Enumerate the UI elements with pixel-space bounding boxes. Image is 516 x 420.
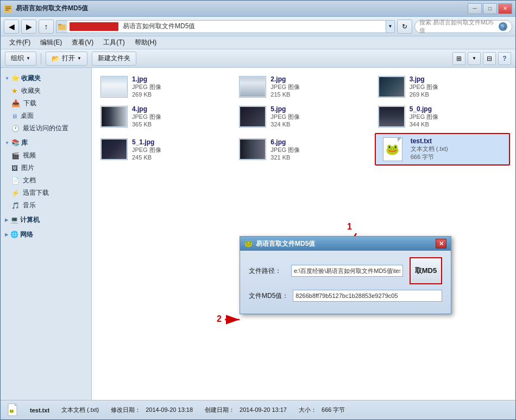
- file-item[interactable]: 6.jpg JPEG 图像 321 KB: [236, 133, 371, 166]
- main-window: 易语言如何取文件MD5值 ─ □ ✕ ◀ ▶ ↑ 易语言如何取文件MD5值 ▼ …: [0, 0, 516, 420]
- dialog-close-button[interactable]: ✕: [436, 239, 446, 249]
- sidebar-item-music[interactable]: 🎵 音乐: [1, 199, 91, 212]
- menu-edit[interactable]: 编辑(E): [36, 37, 66, 48]
- forward-button[interactable]: ▶: [21, 20, 36, 34]
- file-thumbnail: [100, 138, 128, 160]
- file-thumbnail: [378, 76, 405, 98]
- sidebar-item-video[interactable]: 🎬 视频: [1, 149, 91, 162]
- svg-rect-3: [5, 10, 9, 11]
- file-name: 5_1.jpg: [132, 138, 229, 146]
- open-label: 打开: [62, 54, 75, 63]
- file-size: 365 KB: [132, 121, 229, 128]
- menu-file[interactable]: 文件(F): [5, 37, 35, 48]
- sidebar-favorites-header[interactable]: ▼ ⭐ 收藏夹: [1, 72, 91, 85]
- new-folder-label: 新建文件夹: [98, 54, 130, 63]
- sidebar-item-thunder[interactable]: ⚡ 迅雷下载: [1, 187, 91, 199]
- main-wrapper: ▼ ⭐ 收藏夹 ★ 收藏夹 📥 下载 🖥 桌面: [1, 68, 515, 400]
- library-arrow: ▼: [5, 141, 9, 145]
- dialog-overlay: 🐸 易语言取文件MD5值 ✕ 文件路径： 取MD5 文件MD5值：: [240, 236, 451, 314]
- details-pane-button[interactable]: ⊟: [483, 52, 496, 65]
- view-controls: ⊞ ▼ ⊟ ?: [452, 52, 511, 65]
- dialog-md5-row: 文件MD5值：: [249, 290, 442, 302]
- sidebar-library-header[interactable]: ▼ 📚 库: [1, 137, 91, 149]
- sidebar-item-desktop[interactable]: 🖥 桌面: [1, 110, 91, 122]
- sidebar-computer-header[interactable]: ▶ 💻 计算机: [1, 214, 91, 226]
- get-md5-button[interactable]: 取MD5: [410, 257, 442, 284]
- sidebar-library-section: ▼ 📚 库 🎬 视频 🖼 图片 📄 文档: [1, 137, 91, 212]
- up-button[interactable]: ↑: [39, 20, 54, 34]
- address-bar[interactable]: 易语言如何取文件MD5值 ▼: [56, 20, 395, 33]
- new-folder-button[interactable]: 新建文件夹: [92, 52, 136, 66]
- search-bar[interactable]: 搜索 易语言如何取文件MD5值 🔍: [414, 20, 512, 33]
- back-button[interactable]: ◀: [4, 20, 19, 34]
- sidebar-network-header[interactable]: ▶ 🌐 网络: [1, 228, 91, 241]
- minimize-button[interactable]: ─: [468, 3, 482, 14]
- search-icon[interactable]: 🔍: [499, 22, 507, 31]
- sidebar-item-documents[interactable]: 📄 文档: [1, 174, 91, 187]
- file-item[interactable]: 5_0.jpg JPEG 图像 344 KB: [375, 103, 510, 130]
- file-type: JPEG 图像: [132, 113, 229, 121]
- window-icon: [4, 4, 12, 13]
- file-name: test.txt: [411, 137, 506, 145]
- menu-view[interactable]: 查看(V): [67, 37, 98, 48]
- address-folder-icon: [56, 20, 67, 33]
- menu-tools[interactable]: 工具(T): [99, 37, 129, 48]
- sidebar-item-download[interactable]: 📥 下载: [1, 97, 91, 110]
- title-bar-left: 易语言如何取文件MD5值: [4, 4, 88, 13]
- thumb-image: [240, 139, 265, 159]
- organize-button[interactable]: 组织 ▼: [5, 52, 36, 66]
- file-size: 269 KB: [410, 91, 507, 98]
- file-info: test.txt 文本文档 (.txt) 666 字节: [411, 137, 506, 161]
- toolbar-divider: [41, 53, 41, 64]
- maximize-button[interactable]: □: [483, 3, 497, 14]
- file-item[interactable]: 5.jpg JPEG 图像 324 KB: [236, 103, 371, 130]
- file-item[interactable]: 3.jpg JPEG 图像 269 KB: [375, 73, 510, 100]
- thumb-image: [240, 77, 265, 97]
- organize-dropdown-icon: ▼: [26, 56, 30, 61]
- computer-label: 💻 计算机: [10, 215, 40, 225]
- dialog-body: 文件路径： 取MD5 文件MD5值：: [240, 251, 451, 314]
- file-name: 2.jpg: [270, 75, 368, 83]
- view-dropdown-button[interactable]: ▼: [468, 52, 481, 65]
- sidebar-item-favorites[interactable]: ★ 收藏夹: [1, 85, 91, 97]
- organize-label: 组织: [11, 54, 24, 63]
- file-item[interactable]: 🐸 test.txt 文本文档 (.txt) 666 字节: [375, 133, 510, 166]
- thumb-image: [102, 77, 127, 97]
- file-item[interactable]: 2.jpg JPEG 图像 215 KB: [236, 73, 371, 100]
- open-dropdown-icon: ▼: [77, 56, 81, 61]
- help-button[interactable]: ?: [498, 52, 511, 65]
- menu-help[interactable]: 帮助(H): [130, 37, 161, 48]
- window-title: 易语言如何取文件MD5值: [16, 4, 88, 13]
- thumb-image: [379, 107, 404, 126]
- file-thumbnail: [100, 106, 128, 128]
- sidebar-item-pictures[interactable]: 🖼 图片: [1, 162, 91, 174]
- address-text: 易语言如何取文件MD5值: [121, 22, 197, 31]
- refresh-button[interactable]: ↻: [397, 20, 412, 34]
- file-thumbnail: [239, 76, 266, 98]
- file-size: 269 KB: [132, 91, 229, 98]
- pictures-icon: 🖼: [11, 164, 18, 172]
- open-button[interactable]: 📂 打开 ▼: [46, 52, 87, 66]
- file-item[interactable]: 1.jpg JPEG 图像 269 KB: [97, 73, 232, 100]
- address-dropdown-btn[interactable]: ▼: [386, 20, 394, 33]
- inner-content: ▼ ⭐ 收藏夹 ★ 收藏夹 📥 下载 🖥 桌面: [1, 68, 515, 400]
- status-created: 创建日期： 2014-09-20 13:17: [205, 406, 290, 414]
- file-info: 2.jpg JPEG 图像 215 KB: [270, 75, 368, 98]
- file-type: JPEG 图像: [132, 146, 229, 154]
- sidebar-item-recent[interactable]: 🕐 最近访问的位置: [1, 122, 91, 135]
- file-thumbnail: [378, 106, 405, 128]
- md5-input[interactable]: [293, 290, 442, 302]
- view-toggle-button[interactable]: ⊞: [452, 52, 465, 65]
- thumb-image: [102, 139, 127, 159]
- file-info: 3.jpg JPEG 图像 269 KB: [410, 75, 507, 98]
- favorites-arrow: ▼: [5, 76, 9, 81]
- path-input[interactable]: [291, 265, 403, 277]
- file-item[interactable]: 4.jpg JPEG 图像 365 KB: [97, 103, 232, 130]
- close-button[interactable]: ✕: [498, 3, 512, 14]
- dialog-title-icon: 🐸: [244, 240, 253, 247]
- file-grid: 1.jpg JPEG 图像 269 KB 2.jpg JPEG 图像 215 K…: [92, 68, 515, 400]
- dialog-path-row: 文件路径： 取MD5: [249, 257, 442, 284]
- file-item[interactable]: 5_1.jpg JPEG 图像 245 KB: [97, 133, 232, 166]
- menu-bar: 文件(F) 编辑(E) 查看(V) 工具(T) 帮助(H): [1, 36, 515, 49]
- network-arrow: ▶: [5, 232, 8, 237]
